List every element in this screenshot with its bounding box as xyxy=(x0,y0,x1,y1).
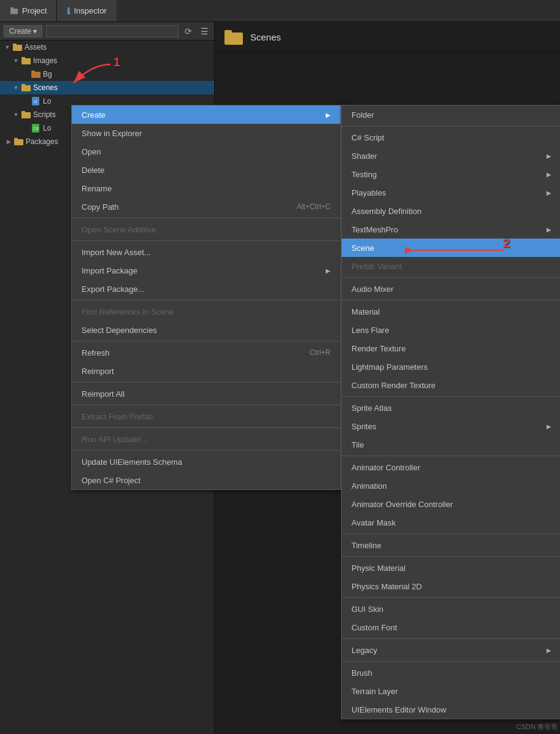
submenu-uielements-editor[interactable]: UIElements Editor Window xyxy=(342,700,560,719)
lo2-label: Lo xyxy=(43,124,51,132)
submenu-animator-override[interactable]: Animator Override Controller xyxy=(342,495,560,513)
menu-reimport-all[interactable]: Reimport All xyxy=(72,384,340,403)
scripts-folder-icon xyxy=(21,110,31,120)
submenu-physics-material-2d[interactable]: Physics Material 2D xyxy=(342,577,560,595)
project-tab[interactable]: Project xyxy=(0,0,57,21)
scenes-label: Scenes xyxy=(33,83,58,92)
submenu-animator-controller[interactable]: Animator Controller xyxy=(342,458,560,476)
svg-rect-2 xyxy=(13,45,22,51)
inspector-tab[interactable]: ℹ Inspector xyxy=(57,0,116,21)
submenu-sprites[interactable]: Sprites ▶ xyxy=(342,417,560,435)
submenu-legacy[interactable]: Legacy ▶ xyxy=(342,641,560,659)
inspector-tab-label: Inspector xyxy=(74,6,106,15)
submenu-textmeshpro[interactable]: TextMeshPro ▶ xyxy=(342,220,560,239)
submenu-sep-2 xyxy=(342,277,560,278)
submenu-render-texture[interactable]: Render Texture xyxy=(342,339,560,357)
submenu-custom-render-texture[interactable]: Custom Render Texture xyxy=(342,376,560,394)
submenu-custom-font[interactable]: Custom Font xyxy=(342,618,560,637)
menu-export-package[interactable]: Export Package... xyxy=(72,280,340,298)
images-folder-icon xyxy=(21,56,31,66)
menu-open-cs-project[interactable]: Open C# Project xyxy=(72,471,340,489)
tree-assets[interactable]: ▼ Assets xyxy=(0,40,214,54)
svg-rect-16 xyxy=(14,139,23,145)
separator-2 xyxy=(72,240,340,241)
tree-scenes[interactable]: ▼ Scenes xyxy=(0,81,214,94)
svg-rect-0 xyxy=(10,9,18,14)
separator-3 xyxy=(72,300,340,300)
svg-text:C#: C# xyxy=(33,126,39,131)
lo1-label: Lo xyxy=(43,97,51,105)
scenes-folder-icon xyxy=(21,83,31,93)
images-label: Images xyxy=(33,56,57,65)
settings-icon[interactable]: ☰ xyxy=(198,25,210,37)
menu-find-references: Find References In Scene xyxy=(72,302,340,321)
tree-images[interactable]: ▼ Images xyxy=(0,54,214,67)
separator-7 xyxy=(72,427,340,428)
menu-refresh[interactable]: Refresh Ctrl+R xyxy=(72,343,340,362)
submenu-playables[interactable]: Playables ▶ xyxy=(342,183,560,202)
submenu-brush[interactable]: Brush xyxy=(342,663,560,682)
menu-select-deps[interactable]: Select Dependencies xyxy=(72,321,340,339)
submenu-testing[interactable]: Testing ▶ xyxy=(342,165,560,183)
svg-rect-1 xyxy=(10,7,13,9)
scripts-label: Scripts xyxy=(33,110,56,119)
create-button[interactable]: Create ▾ xyxy=(4,25,42,37)
menu-update-uielements[interactable]: Update UIElements Schema xyxy=(72,453,340,471)
packages-label: Packages xyxy=(26,137,58,146)
search-input[interactable] xyxy=(46,25,178,37)
inspector-folder-icon xyxy=(224,28,244,47)
submenu-sep-5 xyxy=(342,456,560,456)
submenu-avatar-mask[interactable]: Avatar Mask xyxy=(342,513,560,532)
submenu-lens-flare[interactable]: Lens Flare xyxy=(342,321,560,339)
menu-rename[interactable]: Rename xyxy=(72,179,340,197)
scene-file-icon: U xyxy=(31,96,41,106)
left-panel: Create ▾ ⟳ ☰ ▼ Assets ▼ Images xyxy=(0,22,215,734)
submenu-gui-skin[interactable]: GUI Skin xyxy=(342,600,560,618)
submenu-scene[interactable]: Scene xyxy=(342,239,560,257)
menu-create[interactable]: Create ▶ xyxy=(72,105,340,124)
svg-rect-17 xyxy=(14,138,18,140)
svg-rect-9 xyxy=(21,84,25,86)
submenu-tile[interactable]: Tile xyxy=(342,435,560,454)
svg-rect-8 xyxy=(21,85,31,91)
submenu-sep-6 xyxy=(342,533,560,534)
tree-bg[interactable]: ▶ Bg xyxy=(0,67,214,81)
menu-open[interactable]: Open xyxy=(72,142,340,161)
separator-4 xyxy=(72,341,340,342)
refresh-icon[interactable]: ⟳ xyxy=(182,25,194,37)
svg-rect-6 xyxy=(31,72,40,78)
submenu-terrain-layer[interactable]: Terrain Layer xyxy=(342,682,560,700)
svg-rect-4 xyxy=(21,58,31,64)
submenu-animation[interactable]: Animation xyxy=(342,476,560,495)
separator-8 xyxy=(72,450,340,451)
submenu-timeline[interactable]: Timeline xyxy=(342,536,560,554)
submenu-cs-script[interactable]: C# Script xyxy=(342,128,560,147)
assets-label: Assets xyxy=(25,43,47,52)
submenu-sep-3 xyxy=(342,300,560,300)
project-tab-label: Project xyxy=(22,6,47,15)
submenu-material[interactable]: Material xyxy=(342,302,560,321)
submenu-sep-8 xyxy=(342,597,560,598)
submenu-lightmap-params[interactable]: Lightmap Parameters xyxy=(342,357,560,376)
assets-folder-icon xyxy=(13,42,23,52)
menu-import-new-asset[interactable]: Import New Asset... xyxy=(72,243,340,261)
menu-show-explorer[interactable]: Show in Explorer xyxy=(72,124,340,142)
submenu-sep-9 xyxy=(342,638,560,639)
menu-copy-path[interactable]: Copy Path Alt+Ctrl+C xyxy=(72,197,340,216)
inspector-header: Scenes xyxy=(215,22,560,53)
submenu-sep-10 xyxy=(342,661,560,662)
submenu-shader[interactable]: Shader ▶ xyxy=(342,147,560,165)
submenu-sprite-atlas[interactable]: Sprite Atlas xyxy=(342,399,560,417)
context-menu-right: Folder C# Script Shader ▶ Testing ▶ Play… xyxy=(341,105,560,719)
svg-rect-12 xyxy=(21,112,31,118)
submenu-assembly[interactable]: Assembly Definition xyxy=(342,202,560,220)
context-menu-left: Create ▶ Show in Explorer Open Delete Re… xyxy=(71,105,341,490)
menu-reimport[interactable]: Reimport xyxy=(72,362,340,380)
submenu-physic-material[interactable]: Physic Material xyxy=(342,559,560,577)
submenu-folder[interactable]: Folder xyxy=(342,105,560,124)
menu-import-package[interactable]: Import Package ▶ xyxy=(72,261,340,280)
menu-delete[interactable]: Delete xyxy=(72,161,340,179)
submenu-prefab-variant: Prefab Variant xyxy=(342,257,560,275)
submenu-audio-mixer[interactable]: Audio Mixer xyxy=(342,280,560,298)
project-icon xyxy=(10,7,18,15)
